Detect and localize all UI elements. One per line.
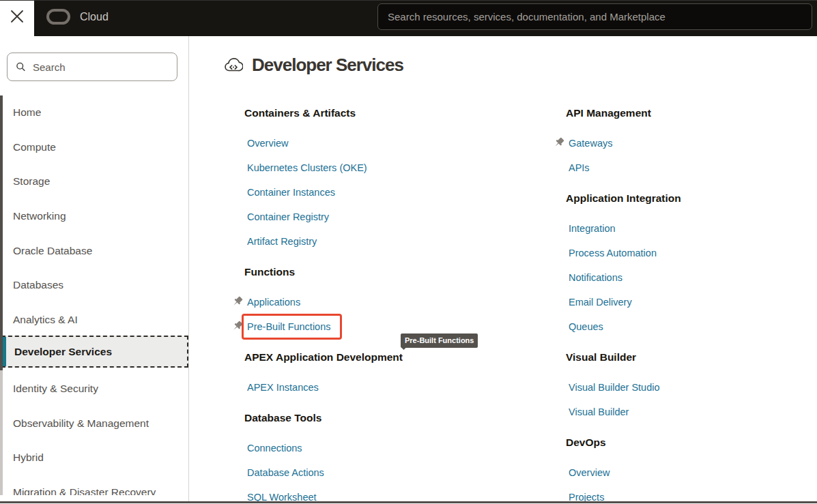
pin-slot-empty xyxy=(230,235,247,248)
group-heading-database-tools: Database Tools xyxy=(244,411,534,425)
brand-text: Cloud xyxy=(80,11,109,23)
pin-icon[interactable] xyxy=(230,295,244,309)
top-bar: Cloud xyxy=(0,0,817,36)
service-group-containers-artifacts: Containers & ArtifactsOverviewKubernetes… xyxy=(230,106,534,248)
pin-icon[interactable] xyxy=(551,136,565,150)
service-link-row: Database Actions xyxy=(230,466,534,479)
sidebar-item-analytics-ai[interactable]: Analytics & AI xyxy=(0,303,188,338)
service-link-email-delivery[interactable]: Email Delivery xyxy=(569,295,632,309)
pin-slot-empty xyxy=(230,466,247,479)
service-group-database-tools: Database ToolsConnectionsDatabase Action… xyxy=(230,411,534,504)
oracle-logo-icon xyxy=(46,9,70,25)
search-icon xyxy=(16,61,26,73)
service-link-row: Connections xyxy=(230,441,534,455)
service-link-row: Overview xyxy=(230,136,534,150)
pin-slot-empty xyxy=(230,136,247,150)
sidebar-scrollbar-thumb[interactable] xyxy=(0,95,3,370)
sidebar-scroll-area: HomeComputeStorageNetworkingOracle Datab… xyxy=(0,36,188,495)
pin-slot-empty xyxy=(551,222,569,235)
sidebar-item-hybrid[interactable]: Hybrid xyxy=(0,441,188,475)
sidebar-item-migration-disaster-recovery[interactable]: Migration & Disaster Recovery xyxy=(0,475,188,495)
service-link-queues[interactable]: Queues xyxy=(569,320,603,333)
group-heading-application-integration: Application Integration xyxy=(566,192,817,205)
service-link-row: Container Registry xyxy=(230,210,534,224)
service-link-row: Kubernetes Clusters (OKE) xyxy=(230,161,534,175)
sidebar-item-identity-security[interactable]: Identity & Security xyxy=(0,372,188,406)
pin-slot-empty xyxy=(551,161,569,175)
group-heading-visual-builder: Visual Builder xyxy=(566,351,817,364)
service-link-overview[interactable]: Overview xyxy=(569,466,610,479)
pin-slot-empty xyxy=(551,271,569,284)
service-link-overview[interactable]: Overview xyxy=(247,136,288,150)
sidebar-item-developer-services[interactable]: Developer Services xyxy=(1,336,188,368)
global-search-input[interactable] xyxy=(377,3,812,30)
pin-slot-empty xyxy=(551,466,569,479)
service-link-row: Artifact Registry xyxy=(230,235,534,248)
sidebar-nav: HomeComputeStorageNetworkingOracle Datab… xyxy=(0,95,188,495)
group-heading-devops: DevOps xyxy=(566,436,817,449)
pin-slot-empty xyxy=(230,381,247,394)
services-column-left: Containers & ArtifactsOverviewKubernetes… xyxy=(230,102,534,504)
pin-slot-empty xyxy=(551,381,569,394)
service-link-container-instances[interactable]: Container Instances xyxy=(247,186,335,199)
service-link-applications[interactable]: Applications xyxy=(247,295,300,309)
service-link-connections[interactable]: Connections xyxy=(247,441,302,455)
service-link-notifications[interactable]: Notifications xyxy=(569,271,622,284)
services-column-right: API ManagementGatewaysAPIsApplication In… xyxy=(551,102,817,504)
service-link-integration[interactable]: Integration xyxy=(569,222,616,235)
sidebar-item-compute[interactable]: Compute xyxy=(0,130,188,165)
sidebar-item-networking[interactable]: Networking xyxy=(0,199,188,234)
pin-slot-empty xyxy=(230,210,247,224)
group-heading-containers-artifacts: Containers & Artifacts xyxy=(244,106,534,120)
close-icon xyxy=(10,9,25,24)
sidebar-search-input[interactable] xyxy=(33,61,169,73)
pin-slot-empty xyxy=(551,320,569,333)
service-link-row: Queues xyxy=(551,320,817,333)
service-link-row: Process Automation xyxy=(551,246,817,260)
bottom-edge-line xyxy=(0,501,817,503)
sidebar-item-oracle-database[interactable]: Oracle Database xyxy=(0,233,188,268)
sidebar-item-home[interactable]: Home xyxy=(0,95,188,130)
service-link-database-actions[interactable]: Database Actions xyxy=(247,466,324,479)
service-link-row: Notifications xyxy=(551,271,817,284)
close-menu-button[interactable] xyxy=(0,1,34,37)
service-link-row: Container Instances xyxy=(230,186,534,199)
developer-services-icon xyxy=(224,57,243,73)
sidebar-item-databases[interactable]: Databases xyxy=(0,268,188,303)
sidebar-item-storage[interactable]: Storage xyxy=(0,164,188,199)
pin-slot-empty xyxy=(230,161,247,175)
service-link-artifact-registry[interactable]: Artifact Registry xyxy=(247,235,317,248)
service-link-container-registry[interactable]: Container Registry xyxy=(247,210,329,224)
service-link-row: Pre-Built Functions xyxy=(230,320,534,333)
sidebar-search-box[interactable] xyxy=(7,53,177,81)
service-link-pre-built-functions[interactable]: Pre-Built Functions xyxy=(247,321,331,332)
pin-slot-empty xyxy=(551,405,569,419)
pin-slot-empty xyxy=(551,246,569,260)
sidebar-item-observability-management[interactable]: Observability & Management xyxy=(0,406,188,441)
service-link-kubernetes-clusters-oke[interactable]: Kubernetes Clusters (OKE) xyxy=(247,161,367,175)
service-group-devops: DevOpsOverviewProjects xyxy=(551,436,817,504)
service-group-api-management: API ManagementGatewaysAPIs xyxy=(551,106,817,175)
service-link-row: Applications xyxy=(230,295,534,309)
service-link-gateways[interactable]: Gateways xyxy=(569,136,612,150)
pin-slot-empty xyxy=(230,441,247,455)
sidebar-scrollbar-track[interactable] xyxy=(0,95,3,495)
pin-slot-empty xyxy=(551,295,569,309)
service-link-visual-builder[interactable]: Visual Builder xyxy=(569,405,629,419)
main-panel: Developer Services Containers & Artifact… xyxy=(190,36,817,504)
title-row: Developer Services xyxy=(224,55,403,75)
sidebar: HomeComputeStorageNetworkingOracle Datab… xyxy=(0,36,189,502)
brand: Cloud xyxy=(46,0,109,35)
pin-slot xyxy=(230,295,247,309)
service-group-apex-application-development: APEX Application DevelopmentAPEX Instanc… xyxy=(230,351,534,394)
group-heading-apex-application-development: APEX Application Development xyxy=(244,351,534,364)
service-link-process-automation[interactable]: Process Automation xyxy=(569,246,657,260)
group-heading-api-management: API Management xyxy=(566,106,817,120)
service-link-visual-builder-studio[interactable]: Visual Builder Studio xyxy=(569,381,660,394)
service-link-row: Gateways xyxy=(551,136,817,150)
service-link-apis[interactable]: APIs xyxy=(569,161,590,175)
service-link-apex-instances[interactable]: APEX Instances xyxy=(247,381,319,394)
tooltip: Pre-Built Functions xyxy=(401,333,478,348)
highlight-box: Pre-Built Functions xyxy=(242,314,342,340)
pin-slot xyxy=(551,136,569,150)
